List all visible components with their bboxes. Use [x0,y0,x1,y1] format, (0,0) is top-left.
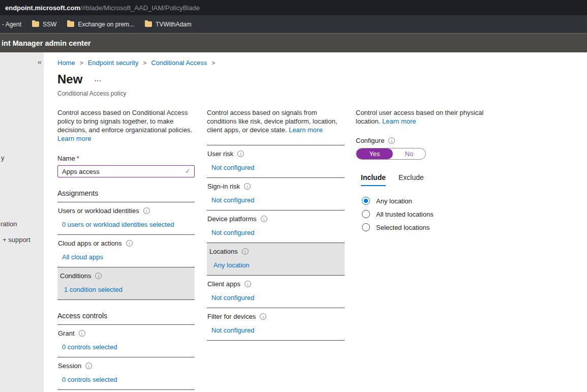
toggle-no-option[interactable]: No [393,148,425,159]
bookmarks-bar: - Agent SSW Exchange on prem... TVWithAd… [0,15,587,33]
info-icon[interactable] [95,273,102,279]
radio-all-trusted-locations[interactable]: All trusted locations [362,207,487,221]
url-path: /#blade/Microsoft_AAD_IAM/PolicyBlade [80,4,200,12]
breadcrumb-separator-icon: > [80,59,83,67]
access-controls-header: Access controls [57,312,195,325]
tab-include[interactable]: Include [361,173,386,186]
folder-icon [145,21,152,27]
locations-row: Locations Any location [207,243,345,276]
column3-description: Control user access based on their physi… [356,108,487,126]
nav-item-clipped[interactable]: ration [1,220,17,228]
required-asterisk: * [77,155,79,162]
info-icon[interactable] [242,248,249,255]
learn-more-link[interactable]: Learn more [57,135,91,142]
sign-in-risk-label: Sign-in risk [207,183,345,190]
info-icon[interactable] [79,330,85,337]
info-icon[interactable] [388,137,395,144]
locations-column: Control user access based on their physi… [356,108,487,234]
locations-link[interactable]: Any location [213,261,250,269]
nav-item-clipped[interactable]: + support [3,236,30,244]
description-text: Control user access based on their physi… [356,109,483,125]
radio-label: Selected locations [376,224,430,231]
bookmark-tvwithadam[interactable]: TVWithAdam [145,21,192,28]
conditions-selected-link[interactable]: 1 condition selected [64,286,122,293]
breadcrumb-conditional-access[interactable]: Conditional Access [151,59,207,67]
page-title: New [57,72,82,86]
session-row: Session 0 controls selected [57,357,195,390]
tab-exclude[interactable]: Exclude [398,173,424,186]
conditions-column: Control access based on signals from con… [207,108,345,341]
session-controls-link[interactable]: 0 controls selected [62,376,117,383]
info-icon[interactable] [85,363,92,369]
info-icon[interactable] [237,150,244,157]
grant-label: Grant [58,329,195,337]
location-radio-group: Any location All trusted locations Selec… [362,194,487,234]
bookmark-exchange[interactable]: Exchange on prem... [67,21,134,28]
radio-icon[interactable] [362,223,370,231]
column2-description: Control access based on signals from con… [207,108,345,145]
cloud-apps-row: Cloud apps or actions All cloud apps [57,235,195,267]
user-risk-row: User risk Not configured [207,145,345,178]
radio-label: Any location [376,197,412,205]
info-icon[interactable] [244,281,251,287]
user-risk-link[interactable]: Not configured [211,164,255,171]
filter-devices-link[interactable]: Not configured [211,326,255,334]
conditions-row: Conditions 1 condition selected [57,267,195,300]
client-apps-link[interactable]: Not configured [211,294,255,301]
session-label: Session [58,362,195,370]
configure-toggle[interactable]: Yes No [356,148,426,160]
page-subtitle: Conditional Access policy [57,90,126,97]
collapse-nav-icon[interactable]: « [38,57,42,66]
app-header-title: int Manager admin center [2,39,91,47]
left-nav: « y ration + support [0,52,44,392]
breadcrumb-home[interactable]: Home [57,59,75,67]
column1-description: Control access based on Conditional Acce… [57,108,195,143]
users-row: Users or workload identities 0 users or … [57,202,195,235]
bookmark-ssw[interactable]: SSW [32,21,56,28]
cloud-apps-link[interactable]: All cloud apps [62,253,103,261]
client-apps-row: Client apps Not configured [207,276,345,308]
configure-label: Configure [356,137,487,144]
device-platforms-link[interactable]: Not configured [211,229,255,236]
grant-row: Grant 0 controls selected [57,325,195,357]
folder-icon [32,21,39,27]
info-icon[interactable] [260,313,266,320]
page: endpoint.microsoft.com/#blade/Microsoft_… [0,0,587,392]
breadcrumb-separator-icon: > [143,59,146,67]
locations-label: Locations [209,248,345,255]
breadcrumb: Home>Endpoint security>Conditional Acces… [57,59,220,67]
filter-devices-label: Filter for devices [207,313,345,320]
info-icon[interactable] [143,207,150,214]
radio-selected-locations[interactable]: Selected locations [362,221,487,234]
toggle-yes-option[interactable]: Yes [356,148,393,159]
sign-in-risk-link[interactable]: Not configured [211,196,255,204]
name-label: Name* [57,155,195,162]
name-input[interactable] [57,165,195,177]
bookmark-label: TVWithAdam [156,21,192,28]
user-risk-label: User risk [207,150,345,158]
info-icon[interactable] [261,216,267,222]
overflow-menu-icon[interactable]: ... [95,75,102,83]
sign-in-risk-row: Sign-in risk Not configured [207,178,345,210]
radio-selected-icon[interactable] [362,197,370,205]
grant-controls-link[interactable]: 0 controls selected [62,343,117,351]
conditions-label: Conditions [60,272,195,280]
breadcrumb-endpoint-security[interactable]: Endpoint security [88,59,139,67]
learn-more-link[interactable]: Learn more [289,126,322,134]
browser-address-bar[interactable]: endpoint.microsoft.com/#blade/Microsoft_… [0,0,587,15]
app-header: int Manager admin center [0,33,587,52]
info-icon[interactable] [244,183,251,190]
assignments-header: Assignments [57,189,195,202]
bookmark-label: SSW [43,21,56,28]
radio-icon[interactable] [362,210,370,218]
radio-any-location[interactable]: Any location [362,194,487,207]
url-domain: endpoint.microsoft.com [5,4,80,12]
users-selected-link[interactable]: 0 users or workload identities selected [62,221,174,228]
bookmark-agent[interactable]: - Agent [2,21,21,28]
include-exclude-tabs: Include Exclude [361,173,487,186]
device-platforms-row: Device platforms Not configured [207,210,345,243]
info-icon[interactable] [126,240,133,247]
nav-item-clipped[interactable]: y [1,154,5,162]
learn-more-link[interactable]: Learn more [382,117,416,125]
name-input-wrap: ✓ [57,165,195,177]
